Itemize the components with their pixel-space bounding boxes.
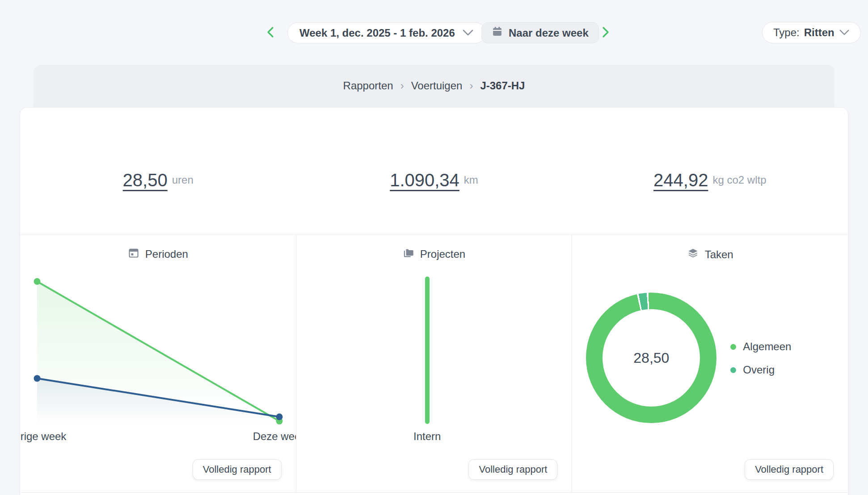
panel-taken-title: Taken	[705, 248, 733, 261]
chevron-right-icon	[600, 25, 611, 40]
goto-this-week-label: Naar deze week	[509, 27, 589, 39]
calendar-icon	[492, 26, 503, 40]
previous-week-button[interactable]	[263, 25, 278, 40]
taken-full-report-button[interactable]: Volledig rapport	[745, 459, 834, 480]
breadcrumb-separator-icon: ›	[469, 80, 473, 92]
legend-label-overig: Overig	[743, 364, 775, 376]
week-selector-label: Week 1, dec. 2025 - 1 feb. 2026	[299, 27, 455, 39]
perioden-line-chart	[20, 235, 296, 492]
panel-projecten-title: Projecten	[420, 248, 465, 260]
panel-taken: Taken 28,50 Algemeen Overig	[572, 235, 848, 492]
perioden-full-report-button[interactable]: Volledig rapport	[193, 459, 282, 480]
folder-icon	[403, 247, 414, 261]
report-card: 28,50 uren 1.090,34 km 244,92 kg co2 wlt…	[20, 107, 848, 495]
axis-label-vorige-week: Vorige week	[20, 430, 66, 443]
week-selector[interactable]: Week 1, dec. 2025 - 1 feb. 2026	[287, 22, 486, 43]
axis-label-intern: Intern	[413, 430, 441, 443]
breadcrumb-item-voertuigen[interactable]: Voertuigen	[411, 80, 463, 92]
taken-legend: Algemeen Overig	[730, 340, 791, 376]
report-page: Week 1, dec. 2025 - 1 feb. 2026 Naar dez…	[0, 0, 868, 495]
panel-taken-header: Taken	[572, 247, 848, 262]
type-filter-value: Ritten	[804, 26, 834, 39]
chevron-down-icon	[839, 26, 850, 39]
legend-item-algemeen[interactable]: Algemeen	[730, 340, 791, 353]
breadcrumb-item-vehicle[interactable]: J-367-HJ	[480, 80, 525, 92]
taken-donut-chart: 28,50	[586, 293, 716, 423]
stat-hours-value[interactable]: 28,50	[123, 170, 168, 190]
type-filter-prefix: Type:	[773, 26, 800, 39]
projecten-full-report-button[interactable]: Volledig rapport	[468, 459, 557, 480]
type-filter-dropdown[interactable]: Type: Ritten	[762, 22, 861, 43]
donut-center-value: 28,50	[633, 350, 669, 366]
chevron-down-icon	[462, 27, 474, 39]
next-week-button[interactable]	[598, 25, 613, 40]
stat-hours: 28,50 uren	[20, 108, 296, 235]
donut-hole: 28,50	[603, 309, 700, 407]
stat-distance-value[interactable]: 1.090,34	[390, 170, 459, 190]
panel-projecten: Projecten Intern Volledig rapport	[296, 235, 572, 492]
goto-this-week-button[interactable]: Naar deze week	[481, 22, 599, 43]
breadcrumb-item-rapporten[interactable]: Rapporten	[343, 80, 393, 92]
breadcrumb: Rapporten › Voertuigen › J-367-HJ	[343, 80, 525, 92]
chevron-left-icon	[265, 25, 276, 40]
legend-dot-overig	[730, 367, 736, 373]
axis-label-deze-week: Deze week	[253, 430, 296, 443]
legend-label-algemeen: Algemeen	[743, 340, 791, 353]
stat-distance: 1.090,34 km	[296, 108, 572, 235]
layers-icon	[687, 247, 699, 262]
legend-item-overig[interactable]: Overig	[730, 364, 791, 376]
panel-perioden: Perioden Vorige week Deze week Volledig …	[20, 235, 296, 492]
panel-projecten-header: Projecten	[296, 247, 572, 261]
stat-co2-value[interactable]: 244,92	[653, 170, 708, 190]
legend-dot-algemeen	[730, 344, 736, 350]
breadcrumb-separator-icon: ›	[400, 80, 404, 92]
projecten-bar	[425, 277, 430, 424]
chart-panels-row: Perioden Vorige week Deze week Volledig …	[20, 235, 848, 493]
summary-stats-row: 28,50 uren 1.090,34 km 244,92 kg co2 wlt…	[20, 108, 848, 235]
stat-co2-unit: kg co2 wltp	[712, 174, 766, 186]
stat-distance-unit: km	[464, 174, 478, 186]
stat-co2: 244,92 kg co2 wltp	[572, 108, 848, 235]
stat-hours-unit: uren	[172, 174, 194, 186]
